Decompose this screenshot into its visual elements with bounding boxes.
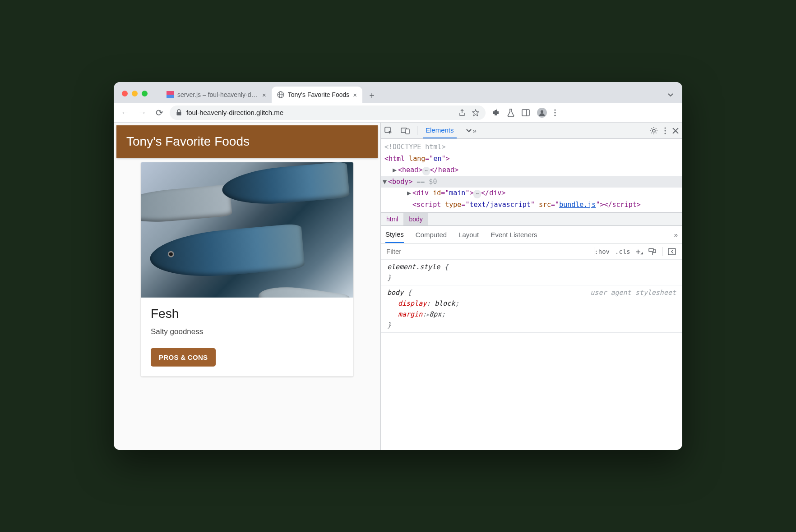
forward-button[interactable]: → <box>135 107 149 118</box>
svg-rect-6 <box>522 110 529 116</box>
layout-tab[interactable]: Layout <box>458 226 479 243</box>
dom-script[interactable]: <script type="text/javascript" src="bund… <box>384 199 682 211</box>
breadcrumb-html[interactable]: html <box>381 213 403 225</box>
computed-tab[interactable]: Computed <box>416 226 447 243</box>
page-viewport: Tony's Favorite Foods Fesh Salty goodnes… <box>114 123 381 450</box>
browser-tab-active[interactable]: Tony's Favorite Foods × <box>272 87 362 103</box>
css-rule-body[interactable]: user agent stylesheet body { display: bl… <box>381 285 682 333</box>
url-text: foul-heavenly-direction.glitch.me <box>186 109 283 116</box>
glitch-favicon-icon <box>167 91 174 98</box>
lock-icon <box>176 109 182 116</box>
tab-title: server.js – foul-heavenly-direct <box>177 91 259 98</box>
close-tab-icon[interactable]: × <box>353 91 357 99</box>
window-controls <box>122 91 161 103</box>
globe-favicon-icon <box>277 91 284 98</box>
svg-point-15 <box>653 129 655 132</box>
back-button[interactable]: ← <box>118 107 132 118</box>
close-tab-icon[interactable]: × <box>262 91 266 99</box>
svg-point-16 <box>665 127 666 128</box>
styles-tabbar: Styles Computed Layout Event Listeners » <box>381 225 682 243</box>
address-bar[interactable]: foul-heavenly-direction.glitch.me <box>170 105 486 120</box>
new-style-rule-icon[interactable]: +◢ <box>636 247 643 256</box>
close-devtools-icon[interactable] <box>672 128 679 134</box>
computed-sidebar-toggle-icon[interactable] <box>668 248 676 255</box>
dom-div-main[interactable]: ▶<div id="main">⋯</div> <box>384 188 682 199</box>
css-rule-element-style[interactable]: element.style {} <box>381 260 682 285</box>
profile-avatar[interactable] <box>537 108 547 118</box>
svg-rect-1 <box>167 95 174 98</box>
card-title: Fesh <box>151 307 343 321</box>
paint-icon[interactable] <box>648 248 657 255</box>
dom-head[interactable]: ▶<head>⋯</head> <box>384 165 682 176</box>
device-toolbar-icon[interactable] <box>401 127 412 134</box>
reload-button[interactable]: ⟳ <box>153 107 166 118</box>
devtools-kebab-icon[interactable] <box>664 127 666 134</box>
kebab-menu-icon[interactable] <box>554 109 556 116</box>
extensions-icon[interactable] <box>492 109 500 117</box>
new-tab-button[interactable]: + <box>365 91 379 103</box>
svg-point-11 <box>554 115 555 116</box>
svg-point-9 <box>554 109 555 110</box>
dom-html[interactable]: <html lang="en"> <box>384 153 682 165</box>
breadcrumb-body[interactable]: body <box>403 213 428 225</box>
event-listeners-tab[interactable]: Event Listeners <box>491 226 537 243</box>
more-tabs-icon[interactable]: » <box>462 123 479 138</box>
svg-point-17 <box>665 130 666 131</box>
browser-window: server.js – foul-heavenly-direct × Tony'… <box>114 82 682 450</box>
devtools-tabbar: Elements » <box>381 123 682 139</box>
tab-bar: server.js – foul-heavenly-direct × Tony'… <box>114 82 682 103</box>
maximize-window-button[interactable] <box>142 91 148 96</box>
inspect-element-icon[interactable] <box>384 127 395 135</box>
cls-toggle[interactable]: .cls <box>615 248 630 255</box>
browser-toolbar: ← → ⟳ foul-heavenly-direction.glitch.me <box>114 103 682 123</box>
svg-rect-14 <box>406 129 409 134</box>
styles-tab[interactable]: Styles <box>385 226 404 243</box>
browser-tab-inactive[interactable]: server.js – foul-heavenly-direct × <box>161 87 272 103</box>
sidepanel-icon[interactable] <box>522 109 530 116</box>
content-area: Tony's Favorite Foods Fesh Salty goodnes… <box>114 123 682 450</box>
dom-body-selected[interactable]: ⋯ ▼<body> == $0 <box>381 176 682 188</box>
page-header: Tony's Favorite Foods <box>116 125 378 158</box>
dom-tree[interactable]: <!DOCTYPE html> <html lang="en"> ▶<head>… <box>381 139 682 212</box>
star-icon[interactable] <box>472 109 479 116</box>
pros-cons-button[interactable]: PROS & CONS <box>151 348 216 367</box>
card-description: Salty goodness <box>151 327 343 336</box>
share-icon[interactable] <box>458 109 466 116</box>
food-card: Fesh Salty goodness PROS & CONS <box>141 162 353 376</box>
svg-rect-19 <box>649 248 653 252</box>
svg-point-18 <box>665 133 666 134</box>
elements-tab[interactable]: Elements <box>423 123 457 138</box>
settings-gear-icon[interactable] <box>650 127 658 135</box>
styles-filter-bar: :hov .cls +◢ <box>381 243 682 260</box>
tabs-dropdown-button[interactable] <box>667 91 682 103</box>
svg-point-10 <box>554 112 555 113</box>
hov-toggle[interactable]: :hov <box>594 248 610 255</box>
dom-doctype: <!DOCTYPE html> <box>384 142 682 153</box>
card-image <box>141 162 353 298</box>
svg-point-8 <box>541 110 543 113</box>
dom-breadcrumbs: html body <box>381 212 682 225</box>
svg-rect-0 <box>167 91 174 95</box>
svg-rect-5 <box>177 112 181 115</box>
devtools-panel: Elements » <!DOCTYPE html> <box>381 123 682 450</box>
minimize-window-button[interactable] <box>132 91 138 96</box>
close-window-button[interactable] <box>122 91 128 96</box>
styles-filter-input[interactable] <box>381 248 594 255</box>
more-styles-tabs-icon[interactable]: » <box>674 231 678 238</box>
tab-title: Tony's Favorite Foods <box>288 91 350 98</box>
labs-icon[interactable] <box>507 109 514 117</box>
